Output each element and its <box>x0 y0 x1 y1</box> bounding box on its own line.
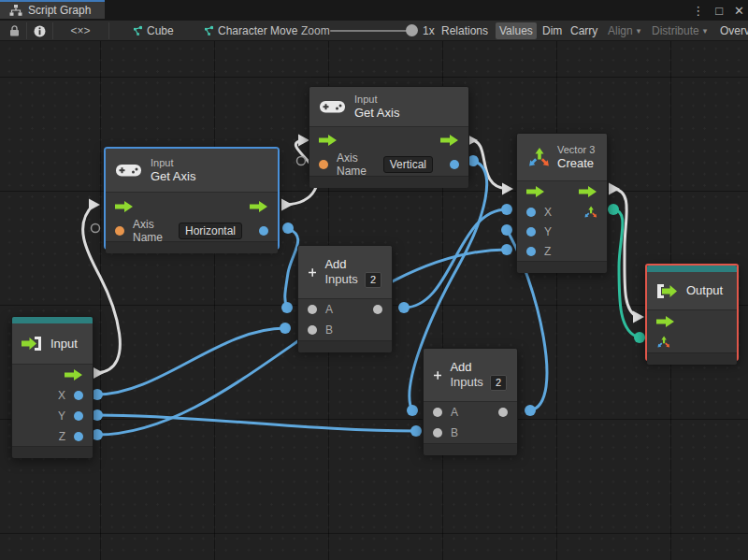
port-label: X <box>58 389 65 402</box>
flow-in-arrow-icon[interactable] <box>115 201 134 212</box>
zoom-slider-knob[interactable] <box>406 24 418 36</box>
flow-port-arrow[interactable] <box>93 367 104 380</box>
flow-port-arrow[interactable] <box>89 199 100 211</box>
inputs-count-field[interactable]: 2 <box>365 272 381 288</box>
value-in-port-dot[interactable] <box>433 408 442 417</box>
menu-dots-icon[interactable]: ⋮ <box>692 4 704 18</box>
value-in-port-dot[interactable] <box>308 325 317 335</box>
value-out-port-dot[interactable] <box>74 391 83 400</box>
flow-port-arrow[interactable] <box>281 199 293 211</box>
value-port-dot[interactable] <box>501 204 512 215</box>
value-port-dot[interactable] <box>398 302 410 313</box>
flow-out-arrow-icon[interactable] <box>250 201 268 212</box>
port-label: B <box>451 426 458 439</box>
node-vector3-create[interactable]: Vector 3 Create X Y <box>516 133 608 272</box>
chevron-down-icon: ▾ <box>703 26 708 36</box>
axis-name-field[interactable]: Horizontal <box>179 223 242 239</box>
node-graph-input[interactable]: Input X Y Z <box>11 316 94 457</box>
value-port-dot[interactable] <box>501 244 512 255</box>
axis-name-field[interactable]: Vertical <box>383 156 433 173</box>
graph-canvas[interactable]: Input Get Axis Axis Name Vertical <box>0 41 748 560</box>
unconnected-port-ring[interactable] <box>297 157 306 165</box>
flow-in-arrow-icon[interactable] <box>526 186 545 197</box>
flow-out-arrow-icon[interactable] <box>440 135 459 146</box>
value-in-port-dot[interactable] <box>526 208 536 217</box>
maximize-icon[interactable]: □ <box>715 4 723 18</box>
flow-out-arrow-icon[interactable] <box>65 369 83 381</box>
node-title: Add <box>324 257 381 272</box>
distribute-dropdown[interactable]: Distribute ▾ <box>648 22 711 39</box>
code-view-toggle[interactable]: <×> <box>56 21 105 41</box>
info-icon <box>34 25 46 37</box>
value-out-port-dot[interactable] <box>373 305 382 314</box>
value-in-port-dot[interactable] <box>433 428 442 438</box>
value-port-dot[interactable] <box>281 302 293 313</box>
relations-button[interactable]: Relations <box>438 22 492 39</box>
unconnected-port-ring[interactable] <box>92 224 100 233</box>
value-out-port-dot[interactable] <box>74 411 83 421</box>
value-port-dot[interactable] <box>501 224 512 236</box>
node-footer <box>106 241 278 253</box>
node-title: Get Axis <box>354 106 399 121</box>
breadcrumb-cube[interactable]: Cube <box>131 21 174 41</box>
info-button[interactable] <box>28 21 50 41</box>
subgraph-strip <box>647 266 737 272</box>
value-out-port-dot[interactable] <box>450 160 459 169</box>
connection-value-input-x-to-add1-b[interactable] <box>97 328 285 395</box>
value-port-dot[interactable] <box>280 323 291 334</box>
value-out-port-dot[interactable] <box>498 408 508 417</box>
graph-node-icon <box>202 25 213 36</box>
breadcrumb-character-move[interactable]: Character Move <box>202 21 297 41</box>
inputs-count-field[interactable]: 2 <box>490 375 507 391</box>
value-out-port-dot[interactable] <box>259 226 268 236</box>
graph-toolbar: <×> Cube Character Move Zoom 1x Relation… <box>0 21 748 41</box>
value-port-dot[interactable] <box>407 405 418 416</box>
zoom-slider-track[interactable] <box>330 30 412 32</box>
vector3-out-port-icon[interactable] <box>583 206 597 219</box>
value-in-port-dot[interactable] <box>526 227 536 237</box>
value-port-dot[interactable] <box>282 223 294 234</box>
tab-script-graph[interactable]: Script Graph <box>0 0 105 19</box>
node-graph-output[interactable]: Output <box>645 264 739 361</box>
value-out-port-dot[interactable] <box>74 432 83 441</box>
node-add-1[interactable]: Add Inputs 2 A B <box>297 245 393 350</box>
output-bracket-icon <box>655 283 678 299</box>
string-port-dot[interactable] <box>319 160 328 169</box>
vector3-in-port-icon[interactable] <box>656 336 670 349</box>
connection-value-add1-to-vector3-x[interactable] <box>404 209 507 308</box>
value-in-port-dot[interactable] <box>308 305 317 314</box>
overview-button[interactable]: Overview <box>716 22 748 39</box>
node-get-axis-horizontal[interactable]: Input Get Axis Axis Name Horizontal <box>105 148 279 249</box>
string-port-dot[interactable] <box>115 226 124 236</box>
zoom-value: 1x <box>423 21 435 41</box>
node-get-axis-vertical[interactable]: Input Get Axis Axis Name Vertical <box>309 86 469 179</box>
node-title: Get Axis <box>151 169 195 184</box>
port-label: Z <box>59 430 65 443</box>
port-label: X <box>544 206 552 219</box>
flow-in-arrow-icon[interactable] <box>656 316 675 327</box>
carry-button[interactable]: Carry <box>567 22 601 39</box>
flow-port-arrow[interactable] <box>609 183 620 195</box>
flow-port-arrow[interactable] <box>633 311 644 323</box>
close-icon[interactable]: ✕ <box>734 4 744 18</box>
flow-in-arrow-icon[interactable] <box>319 135 338 146</box>
value-in-port-dot[interactable] <box>526 247 536 256</box>
node-subtitle: Input <box>354 93 399 106</box>
node-title: Output <box>686 283 723 298</box>
flow-out-arrow-icon[interactable] <box>579 186 597 197</box>
values-button[interactable]: Values <box>496 22 537 39</box>
inputs-label: Inputs <box>324 272 357 287</box>
flow-port-arrow[interactable] <box>502 183 513 195</box>
value-port-dot[interactable] <box>608 204 619 215</box>
dim-button[interactable]: Dim <box>539 22 566 39</box>
lock-button[interactable] <box>4 21 24 41</box>
value-port-dot[interactable] <box>410 425 422 437</box>
align-dropdown[interactable]: Align ▾ <box>604 22 644 39</box>
plus-icon <box>434 366 441 385</box>
node-footer <box>12 446 93 458</box>
node-subtitle: Input <box>151 156 195 169</box>
value-port-dot[interactable] <box>634 332 645 343</box>
value-port-dot[interactable] <box>525 405 536 416</box>
node-add-2[interactable]: Add Inputs 2 A B <box>423 348 518 452</box>
connection-value-getaxis-horizontal-to-add1-a[interactable] <box>285 228 298 308</box>
